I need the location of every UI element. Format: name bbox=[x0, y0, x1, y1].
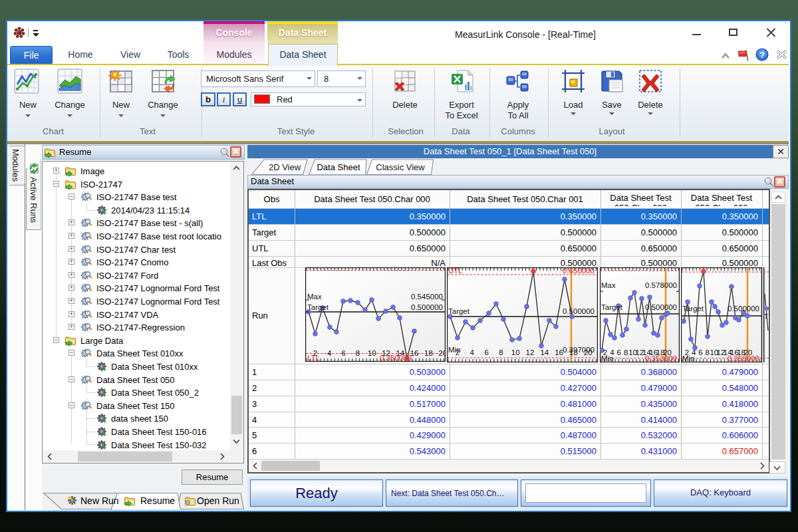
svg-text:2: 2 bbox=[685, 348, 689, 356]
svg-text:Max: Max bbox=[307, 293, 322, 301]
svg-text:8: 8 bbox=[705, 348, 709, 356]
svg-text:0.650000: 0.650000 bbox=[563, 267, 595, 275]
svg-text:UTL: UTL bbox=[448, 267, 463, 275]
svg-text:?: ? bbox=[759, 50, 765, 60]
svg-text:20: 20 bbox=[743, 348, 752, 356]
svg-text:16: 16 bbox=[410, 349, 419, 357]
svg-text:4: 4 bbox=[610, 348, 614, 356]
svg-text:Max: Max bbox=[601, 281, 616, 289]
svg-text:Target: Target bbox=[682, 305, 704, 313]
svg-text:4: 4 bbox=[470, 348, 475, 356]
svg-text:10: 10 bbox=[368, 349, 376, 357]
svg-text:2: 2 bbox=[603, 348, 607, 356]
svg-text:2: 2 bbox=[456, 348, 460, 356]
svg-text:0.500000: 0.500000 bbox=[645, 303, 677, 311]
svg-text:12: 12 bbox=[526, 348, 535, 356]
svg-text:8: 8 bbox=[499, 348, 503, 356]
svg-text:20: 20 bbox=[663, 348, 672, 356]
svg-text:T: T bbox=[764, 313, 768, 321]
svg-text:18: 18 bbox=[569, 348, 578, 356]
svg-text:14: 14 bbox=[540, 348, 549, 356]
svg-text:0.500000: 0.500000 bbox=[728, 305, 759, 313]
svg-text:14: 14 bbox=[396, 349, 404, 357]
svg-text:0.500000: 0.500000 bbox=[563, 307, 595, 315]
svg-text:8: 8 bbox=[356, 349, 360, 357]
svg-text:0.545000: 0.545000 bbox=[411, 293, 443, 301]
svg-text:4: 4 bbox=[692, 348, 696, 356]
svg-text:8: 8 bbox=[624, 348, 628, 356]
svg-text:0.500000: 0.500000 bbox=[411, 303, 443, 311]
svg-text:12: 12 bbox=[382, 349, 390, 357]
svg-text:2: 2 bbox=[313, 349, 317, 357]
svg-text:10: 10 bbox=[511, 348, 520, 356]
svg-text:0.578000: 0.578000 bbox=[645, 281, 677, 289]
svg-text:20: 20 bbox=[438, 349, 446, 357]
svg-text:6: 6 bbox=[484, 348, 488, 356]
svg-text:20: 20 bbox=[584, 348, 593, 356]
svg-text:6: 6 bbox=[617, 348, 621, 356]
svg-text:6: 6 bbox=[341, 349, 345, 357]
svg-text:Target: Target bbox=[601, 303, 623, 311]
svg-text:6: 6 bbox=[698, 348, 702, 356]
svg-text:18: 18 bbox=[424, 349, 433, 357]
svg-text:Target: Target bbox=[307, 303, 329, 311]
svg-text:4: 4 bbox=[327, 349, 332, 357]
svg-text:Target: Target bbox=[448, 307, 470, 315]
svg-text:16: 16 bbox=[555, 348, 563, 356]
